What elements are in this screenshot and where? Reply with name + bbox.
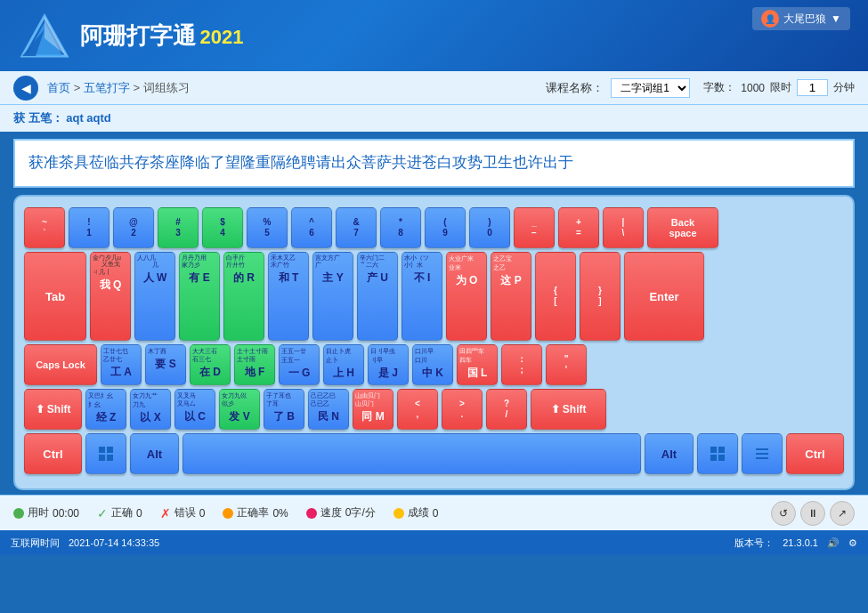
key-slash[interactable]: ?/ — [486, 389, 527, 430]
key-i[interactable]: 水小（ツ 小氵水 不 I — [402, 252, 442, 341]
speed-value: 0字/分 — [345, 505, 376, 520]
left-ctrl-key[interactable]: Ctrl — [24, 433, 82, 474]
speed-icon — [306, 508, 317, 519]
key-c[interactable]: 又叉马 又马厶 以 C — [174, 389, 215, 430]
key-4[interactable]: $4 — [202, 207, 243, 248]
key-equals[interactable]: += — [558, 207, 599, 248]
key-comma[interactable]: <, — [397, 389, 438, 430]
key-semicolon[interactable]: ：； — [501, 344, 542, 385]
key-tab[interactable]: Tab — [24, 252, 86, 341]
key-minus[interactable]: _− — [514, 207, 555, 248]
right-alt-key[interactable]: Alt — [645, 433, 694, 474]
key-l[interactable]: 田四罒车 四车 国 L — [457, 344, 498, 385]
key-h[interactable]: 目止卜虎 止卜 上 H — [323, 344, 364, 385]
key-7[interactable]: &7 — [336, 207, 377, 248]
nav-home[interactable]: 首页 — [47, 81, 70, 94]
svg-rect-14 — [756, 457, 768, 459]
speed-status: 速度 0字/分 — [306, 505, 376, 520]
time-status: 用时 00:00 — [13, 505, 79, 520]
key-rbracket[interactable]: }] — [580, 252, 621, 341]
key-period[interactable]: >. — [442, 389, 483, 430]
pause-button[interactable]: ⏸ — [800, 501, 825, 526]
right-win-key[interactable] — [697, 433, 738, 474]
key-v[interactable]: 女刀九巛 巛彡 发 V — [219, 389, 260, 430]
key-n[interactable]: 己已乙巳 己已乙 民 N — [308, 389, 349, 430]
sound-icon[interactable]: 🔊 — [827, 537, 840, 549]
left-alt-key[interactable]: Alt — [130, 433, 179, 474]
key-8[interactable]: *8 — [380, 207, 421, 248]
key-quote[interactable]: "' — [546, 344, 587, 385]
score-icon — [393, 508, 404, 519]
key-m[interactable]: 山由贝门 山贝门 同 M — [353, 389, 393, 430]
key-5[interactable]: %5 — [247, 207, 288, 248]
submit-button[interactable]: ↗ — [830, 501, 855, 526]
wubi-prefix: 获 五笔： — [13, 111, 63, 125]
nav-wubi[interactable]: 五笔打字 — [84, 81, 130, 94]
key-1[interactable]: !1 — [69, 207, 110, 248]
key-s[interactable]: 木丁西 要 S — [145, 344, 186, 385]
reset-button[interactable]: ↺ — [771, 501, 796, 526]
error-icon: ✗ — [160, 506, 171, 520]
key-backslash[interactable]: |\ — [603, 207, 644, 248]
key-b[interactable]: 子了耳也 了耳 了 B — [264, 389, 304, 430]
rate-status: 正确率 0% — [223, 505, 288, 520]
key-f[interactable]: 土十土寸雨 土寸雨 地 F — [234, 344, 275, 385]
limit-input[interactable] — [797, 79, 828, 96]
key-2[interactable]: @2 — [113, 207, 154, 248]
key-0[interactable]: )0 — [469, 207, 510, 248]
key-3[interactable]: #3 — [158, 207, 199, 248]
svg-rect-10 — [710, 455, 717, 461]
right-ctrl-key[interactable]: Ctrl — [786, 433, 844, 474]
key-e[interactable]: 月丹乃用 家乃彡 有 E — [179, 252, 220, 341]
course-select[interactable]: 二字词组1 — [611, 78, 690, 98]
key-w[interactable]: 人八几 几 人 W — [134, 252, 175, 341]
key-z[interactable]: 又巴纟幺 纟幺 经 Z — [85, 389, 126, 430]
logo-icon — [18, 12, 71, 60]
wubi-info: 获 五笔： aqt aqtd — [13, 110, 111, 126]
key-p[interactable]: 之乙宝 之乙 这 P — [491, 252, 531, 341]
svg-rect-5 — [107, 447, 113, 453]
avatar: 👤 — [761, 10, 779, 28]
key-t[interactable]: 禾木又乙 禾广竹 和 T — [268, 252, 309, 341]
settings-icon[interactable]: ⚙ — [848, 537, 857, 549]
back-button[interactable]: ◀ — [13, 76, 38, 101]
time-service: 互联网时间 — [11, 536, 60, 550]
rate-icon — [223, 508, 233, 519]
key-k[interactable]: 口川早 口川 中 K — [412, 344, 453, 385]
course-label: 课程名称： — [546, 80, 604, 96]
menu-key[interactable] — [742, 433, 783, 474]
time-icon — [13, 508, 24, 519]
right-shift-key[interactable]: ⬆ Shift — [531, 389, 606, 430]
speed-label: 速度 — [320, 505, 342, 520]
caps-lock-key[interactable]: Caps Lock — [24, 344, 97, 385]
key-o[interactable]: 火业广米 业米 为 O — [446, 252, 487, 341]
key-x[interactable]: 女刀九艹 刀九 以 X — [130, 389, 171, 430]
key-r[interactable]: 白手斤 斤廾竹 的 R — [223, 252, 264, 341]
key-lbracket[interactable]: {[ — [535, 252, 576, 341]
key-9[interactable]: (9 — [425, 207, 466, 248]
key-a[interactable]: 工廿七乜 乙廿七 工 A — [101, 344, 142, 385]
key-q[interactable]: 金勹夕几u 乂鱼戈 ㄐ几丨 我 Q — [90, 252, 131, 341]
left-win-key[interactable] — [85, 433, 126, 474]
key-enter[interactable]: Enter — [624, 252, 704, 341]
backspace-key[interactable]: Back space — [647, 207, 718, 248]
dropdown-arrow: ▼ — [831, 12, 841, 25]
key-6[interactable]: ^6 — [291, 207, 332, 248]
key-j[interactable]: 日刂早虫 刂早 是 J — [368, 344, 409, 385]
correct-value: 0 — [136, 507, 142, 520]
practice-text: 获准茶具莅临共存茶座降临了望隆重隔绝聘请出众菩萨共进苍白攻势卫生也许出于 — [28, 154, 573, 171]
key-u[interactable]: 辛六门二 ⺌二六 产 U — [357, 252, 398, 341]
menu-icon — [756, 448, 768, 459]
text-display: 获准茶具莅临共存茶座降临了望隆重隔绝聘请出众菩萨共进苍白攻势卫生也许出于 — [13, 139, 855, 188]
key-y[interactable]: 言文方广 广 主 Y — [312, 252, 353, 341]
key-g[interactable]: 王五一廿 王五一 一 G — [279, 344, 320, 385]
breadcrumb: 首页 > 五笔打字 > 词组练习 — [47, 80, 190, 96]
space-key[interactable] — [183, 433, 641, 474]
nav-current: 词组练习 — [143, 81, 190, 94]
error-label: 错误 — [174, 505, 196, 520]
key-tilde[interactable]: ~` — [24, 207, 65, 248]
correct-status: ✓ 正确 0 — [97, 505, 142, 520]
key-d[interactable]: 大犬三石 石三七 在 D — [190, 344, 231, 385]
left-shift-key[interactable]: ⬆ Shift — [24, 389, 82, 430]
user-area[interactable]: 👤 大尾巴狼 ▼ — [752, 7, 850, 30]
